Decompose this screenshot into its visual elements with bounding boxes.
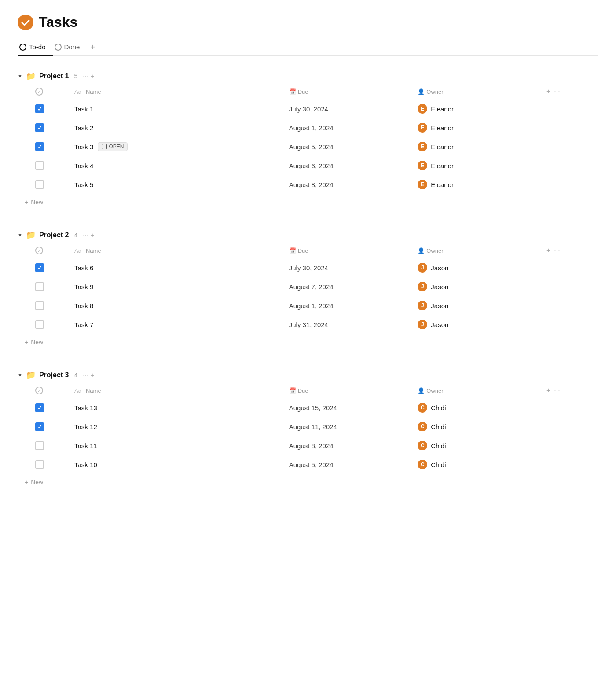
task-table-project3: Aa Name 📅Due 👤Owner + ··· (18, 383, 598, 474)
task-due-t11: August 8, 2024 (289, 442, 334, 450)
th-actions-project2: + ··· (541, 243, 598, 258)
name-col-icon-project3: Aa (74, 387, 81, 394)
table-row: Task 9 August 7, 2024 J Jason (18, 277, 598, 296)
task-checkbox-t5[interactable] (35, 180, 44, 189)
project-more-project2[interactable]: ··· (83, 232, 88, 239)
task-name-t8[interactable]: Task 8 (74, 302, 93, 310)
tabs-bar: To-do Done + (18, 39, 598, 56)
project-actions-project2: ··· + (83, 232, 94, 239)
task-checkbox-t12[interactable] (35, 422, 44, 431)
owner-avatar-t1: E (418, 104, 427, 114)
task-name-cell-t13: Task 13 (69, 398, 284, 417)
project-chevron-project3[interactable]: ▼ (18, 372, 22, 378)
table-row: Task 1 July 30, 2024 E Eleanor (18, 99, 598, 118)
task-checkbox-t9[interactable] (35, 282, 44, 291)
task-name-t13[interactable]: Task 13 (74, 404, 97, 412)
th-check-project3 (18, 383, 69, 398)
project-add-project3[interactable]: + (91, 372, 94, 379)
project-header-project1: ▼ 📁 Project 1 5 ··· + (18, 69, 598, 84)
project-add-project2[interactable]: + (91, 232, 94, 239)
tab-todo[interactable]: To-do (18, 40, 53, 56)
task-due-t9: August 7, 2024 (289, 283, 334, 291)
project-more-project3[interactable]: ··· (83, 372, 88, 379)
th-more-col-project1[interactable]: ··· (554, 88, 560, 96)
task-actions-cell-t4 (541, 156, 598, 175)
task-name-t10[interactable]: Task 10 (74, 461, 97, 468)
task-due-cell-t1: July 30, 2024 (284, 99, 413, 118)
owner-avatar-t10: C (418, 460, 427, 469)
owner-col-icon-project3: 👤 (418, 387, 425, 394)
th-actions-project3: + ··· (541, 383, 598, 398)
task-name-t9[interactable]: Task 9 (74, 283, 93, 291)
tab-done[interactable]: Done (53, 40, 87, 56)
task-due-t8: August 1, 2024 (289, 302, 334, 310)
th-due-project2: 📅Due (284, 243, 413, 258)
task-name-cell-t6: Task 6 (69, 258, 284, 277)
owner-name-t6: Jason (431, 264, 448, 272)
project-folder-icon-project3: 📁 (26, 370, 36, 380)
task-checkbox-t4[interactable] (35, 161, 44, 170)
th-more-col-project2[interactable]: ··· (554, 247, 560, 254)
owner-avatar-t13: C (418, 403, 427, 413)
th-more-col-project3[interactable]: ··· (554, 387, 560, 394)
task-due-cell-t5: August 8, 2024 (284, 175, 413, 194)
task-checkbox-t6[interactable] (35, 263, 44, 272)
task-name-t6[interactable]: Task 6 (74, 264, 93, 272)
task-name-t11[interactable]: Task 11 (74, 442, 97, 450)
svg-point-0 (18, 15, 33, 30)
task-name-t2[interactable]: Task 2 (74, 124, 93, 132)
th-add-col-project2[interactable]: + (546, 247, 550, 254)
table-row: Task 2 August 1, 2024 E Eleanor (18, 118, 598, 137)
task-checkbox-t13[interactable] (35, 403, 44, 412)
task-checkbox-t11[interactable] (35, 441, 44, 450)
task-checkbox-t1[interactable] (35, 104, 44, 113)
task-table-project2: Aa Name 📅Due 👤Owner + ··· (18, 243, 598, 334)
task-checkbox-t2[interactable] (35, 123, 44, 132)
project-add-project1[interactable]: + (91, 73, 94, 80)
new-task-row-project2[interactable]: + New (18, 334, 598, 350)
task-name-t7[interactable]: Task 7 (74, 321, 93, 328)
task-checkbox-t3[interactable] (35, 142, 44, 151)
task-name-cell-t10: Task 10 (69, 455, 284, 474)
task-due-cell-t12: August 11, 2024 (284, 417, 413, 436)
table-row: Task 3 OPEN August 5, 2024 E Eleanor (18, 137, 598, 156)
task-due-t7: July 31, 2024 (289, 321, 328, 328)
table-row: Task 4 August 6, 2024 E Eleanor (18, 156, 598, 175)
new-task-plus-project1: + (25, 199, 28, 206)
project-more-project1[interactable]: ··· (83, 73, 88, 80)
task-actions-cell-t2 (541, 118, 598, 137)
new-task-row-project1[interactable]: + New (18, 194, 598, 210)
project-chevron-project1[interactable]: ▼ (18, 74, 22, 79)
table-header-project2: Aa Name 📅Due 👤Owner + ··· (18, 243, 598, 258)
task-name-t3[interactable]: Task 3 (74, 143, 93, 151)
task-name-t4[interactable]: Task 4 (74, 162, 93, 170)
project-chevron-project2[interactable]: ▼ (18, 232, 22, 238)
owner-name-t9: Jason (431, 283, 448, 291)
task-owner-cell-t8: J Jason (412, 296, 541, 315)
task-name-t1[interactable]: Task 1 (74, 105, 93, 113)
task-checkbox-t10[interactable] (35, 460, 44, 469)
th-add-col-project1[interactable]: + (546, 88, 550, 96)
task-name-t5[interactable]: Task 5 (74, 181, 93, 188)
due-col-icon-project1: 📅 (289, 88, 296, 95)
project-count-project1: 5 (74, 73, 77, 80)
task-name-t12[interactable]: Task 12 (74, 423, 97, 431)
header-check-icon-project3 (35, 387, 43, 394)
task-due-t2: August 1, 2024 (289, 124, 334, 132)
task-due-t4: August 6, 2024 (289, 162, 334, 170)
owner-avatar-t4: E (418, 161, 427, 170)
new-task-row-project3[interactable]: + New (18, 474, 598, 490)
task-checkbox-t7[interactable] (35, 320, 44, 329)
add-tab-button[interactable]: + (87, 39, 99, 56)
task-name-cell-t5: Task 5 (69, 175, 284, 194)
th-name-project1: Aa Name (69, 84, 284, 99)
owner-name-t1: Eleanor (431, 105, 454, 113)
task-owner-cell-t12: C Chidi (412, 417, 541, 436)
th-owner-project2: 👤Owner (412, 243, 541, 258)
owner-name-t4: Eleanor (431, 162, 454, 170)
task-owner-cell-t4: E Eleanor (412, 156, 541, 175)
task-checkbox-t8[interactable] (35, 301, 44, 310)
task-actions-cell-t8 (541, 296, 598, 315)
th-add-col-project3[interactable]: + (546, 387, 550, 394)
task-check-cell-t7 (18, 315, 69, 334)
